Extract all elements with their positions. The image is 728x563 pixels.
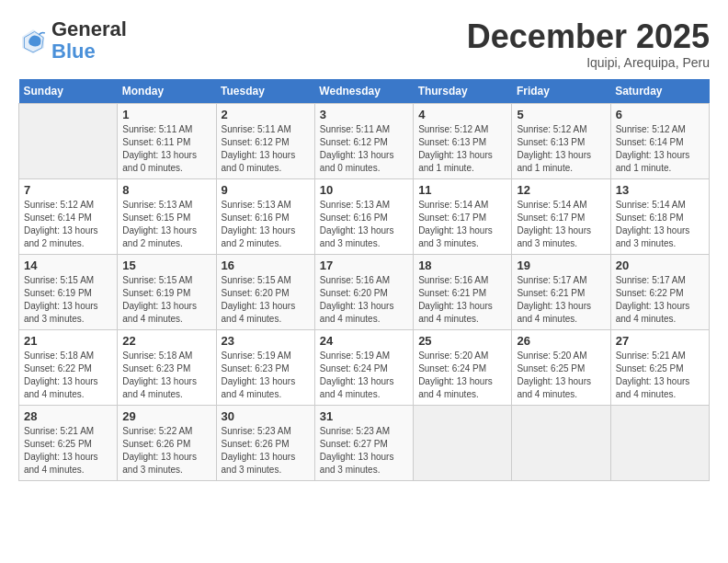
day-cell: 22Sunrise: 5:18 AMSunset: 6:23 PMDayligh… (118, 329, 216, 405)
month-title: December 2025 (467, 18, 710, 55)
day-info: Sunrise: 5:15 AMSunset: 6:19 PMDaylight:… (122, 274, 210, 326)
day-number: 18 (418, 259, 506, 272)
day-number: 22 (122, 334, 210, 348)
day-number: 26 (517, 334, 605, 348)
day-info: Sunrise: 5:14 AMSunset: 6:18 PMDaylight:… (616, 199, 704, 250)
day-cell: 2Sunrise: 5:11 AMSunset: 6:12 PMDaylight… (216, 103, 314, 178)
day-cell: 12Sunrise: 5:14 AMSunset: 6:17 PMDayligh… (512, 178, 610, 254)
day-number: 13 (616, 183, 704, 197)
col-thursday: Thursday (414, 79, 512, 104)
day-info: Sunrise: 5:14 AMSunset: 6:17 PMDaylight:… (418, 199, 506, 250)
calendar-header: Sunday Monday Tuesday Wednesday Thursday… (19, 79, 710, 104)
day-number: 29 (122, 409, 210, 423)
day-cell (512, 405, 610, 480)
day-cell: 14Sunrise: 5:15 AMSunset: 6:19 PMDayligh… (19, 254, 118, 329)
day-number: 19 (517, 259, 605, 272)
calendar-table: Sunday Monday Tuesday Wednesday Thursday… (18, 79, 710, 481)
day-cell: 4Sunrise: 5:12 AMSunset: 6:13 PMDaylight… (414, 103, 512, 178)
day-number: 5 (517, 108, 605, 121)
day-cell: 31Sunrise: 5:23 AMSunset: 6:27 PMDayligh… (314, 405, 413, 480)
day-info: Sunrise: 5:12 AMSunset: 6:13 PMDaylight:… (517, 123, 605, 175)
day-cell: 25Sunrise: 5:20 AMSunset: 6:24 PMDayligh… (414, 329, 512, 405)
day-cell: 8Sunrise: 5:13 AMSunset: 6:15 PMDaylight… (118, 178, 216, 254)
day-number: 23 (222, 334, 310, 348)
day-cell: 6Sunrise: 5:12 AMSunset: 6:14 PMDaylight… (610, 103, 709, 178)
day-info: Sunrise: 5:23 AMSunset: 6:26 PMDaylight:… (222, 425, 310, 477)
day-cell: 17Sunrise: 5:16 AMSunset: 6:20 PMDayligh… (314, 254, 413, 329)
title-block: December 2025 Iquipi, Arequipa, Peru (467, 18, 710, 70)
day-info: Sunrise: 5:15 AMSunset: 6:20 PMDaylight:… (222, 274, 310, 326)
calendar-body: 1Sunrise: 5:11 AMSunset: 6:11 PMDaylight… (19, 103, 710, 480)
day-info: Sunrise: 5:18 AMSunset: 6:23 PMDaylight:… (122, 350, 210, 401)
col-monday: Monday (118, 79, 216, 104)
day-info: Sunrise: 5:15 AMSunset: 6:19 PMDaylight:… (24, 274, 112, 326)
day-number: 28 (24, 409, 112, 423)
day-cell: 26Sunrise: 5:20 AMSunset: 6:25 PMDayligh… (512, 329, 610, 405)
day-number: 25 (418, 334, 506, 348)
col-saturday: Saturday (610, 79, 709, 104)
day-cell (19, 103, 118, 178)
day-number: 10 (320, 183, 408, 197)
day-cell: 5Sunrise: 5:12 AMSunset: 6:13 PMDaylight… (512, 103, 610, 178)
day-number: 3 (320, 108, 408, 121)
day-cell: 20Sunrise: 5:17 AMSunset: 6:22 PMDayligh… (610, 254, 709, 329)
day-info: Sunrise: 5:19 AMSunset: 6:24 PMDaylight:… (320, 350, 408, 401)
day-info: Sunrise: 5:11 AMSunset: 6:12 PMDaylight:… (222, 123, 310, 175)
day-number: 24 (320, 334, 408, 348)
week-row-5: 28Sunrise: 5:21 AMSunset: 6:25 PMDayligh… (19, 405, 710, 480)
logo-text: General Blue (51, 18, 127, 63)
day-info: Sunrise: 5:22 AMSunset: 6:26 PMDaylight:… (122, 425, 210, 477)
page-header: General Blue December 2025 Iquipi, Arequ… (18, 18, 710, 70)
logo-blue: Blue (51, 40, 96, 63)
location: Iquipi, Arequipa, Peru (467, 55, 710, 70)
day-number: 4 (418, 108, 506, 121)
day-number: 7 (24, 183, 112, 197)
day-number: 9 (222, 183, 310, 197)
day-number: 1 (122, 108, 210, 121)
col-sunday: Sunday (19, 79, 118, 104)
day-number: 30 (222, 409, 310, 423)
day-cell: 3Sunrise: 5:11 AMSunset: 6:12 PMDaylight… (314, 103, 413, 178)
day-cell: 21Sunrise: 5:18 AMSunset: 6:22 PMDayligh… (19, 329, 118, 405)
day-number: 14 (24, 259, 112, 272)
day-info: Sunrise: 5:16 AMSunset: 6:20 PMDaylight:… (320, 274, 408, 326)
day-cell (610, 405, 709, 480)
day-info: Sunrise: 5:17 AMSunset: 6:21 PMDaylight:… (517, 274, 605, 326)
col-tuesday: Tuesday (216, 79, 314, 104)
day-cell: 29Sunrise: 5:22 AMSunset: 6:26 PMDayligh… (118, 405, 216, 480)
day-cell (414, 405, 512, 480)
day-number: 8 (122, 183, 210, 197)
day-number: 31 (320, 409, 408, 423)
day-info: Sunrise: 5:12 AMSunset: 6:14 PMDaylight:… (24, 199, 112, 250)
logo-general: General (51, 17, 127, 40)
day-cell: 10Sunrise: 5:13 AMSunset: 6:16 PMDayligh… (314, 178, 413, 254)
day-info: Sunrise: 5:20 AMSunset: 6:25 PMDaylight:… (517, 350, 605, 401)
day-number: 11 (418, 183, 506, 197)
day-number: 15 (122, 259, 210, 272)
day-info: Sunrise: 5:21 AMSunset: 6:25 PMDaylight:… (24, 425, 112, 477)
day-info: Sunrise: 5:11 AMSunset: 6:12 PMDaylight:… (320, 123, 408, 175)
day-number: 2 (222, 108, 310, 121)
day-cell: 11Sunrise: 5:14 AMSunset: 6:17 PMDayligh… (414, 178, 512, 254)
day-number: 27 (616, 334, 704, 348)
day-cell: 23Sunrise: 5:19 AMSunset: 6:23 PMDayligh… (216, 329, 314, 405)
day-number: 12 (517, 183, 605, 197)
day-info: Sunrise: 5:12 AMSunset: 6:13 PMDaylight:… (418, 123, 506, 175)
day-cell: 19Sunrise: 5:17 AMSunset: 6:21 PMDayligh… (512, 254, 610, 329)
day-info: Sunrise: 5:12 AMSunset: 6:14 PMDaylight:… (616, 123, 704, 175)
day-cell: 24Sunrise: 5:19 AMSunset: 6:24 PMDayligh… (314, 329, 413, 405)
day-number: 6 (616, 108, 704, 121)
day-info: Sunrise: 5:13 AMSunset: 6:16 PMDaylight:… (320, 199, 408, 250)
day-number: 21 (24, 334, 112, 348)
week-row-3: 14Sunrise: 5:15 AMSunset: 6:19 PMDayligh… (19, 254, 710, 329)
day-info: Sunrise: 5:13 AMSunset: 6:15 PMDaylight:… (122, 199, 210, 250)
col-wednesday: Wednesday (314, 79, 413, 104)
day-cell: 16Sunrise: 5:15 AMSunset: 6:20 PMDayligh… (216, 254, 314, 329)
logo: General Blue (18, 18, 127, 63)
col-friday: Friday (512, 79, 610, 104)
day-info: Sunrise: 5:18 AMSunset: 6:22 PMDaylight:… (24, 350, 112, 401)
day-cell: 15Sunrise: 5:15 AMSunset: 6:19 PMDayligh… (118, 254, 216, 329)
day-number: 16 (222, 259, 310, 272)
day-info: Sunrise: 5:11 AMSunset: 6:11 PMDaylight:… (122, 123, 210, 175)
week-row-2: 7Sunrise: 5:12 AMSunset: 6:14 PMDaylight… (19, 178, 710, 254)
